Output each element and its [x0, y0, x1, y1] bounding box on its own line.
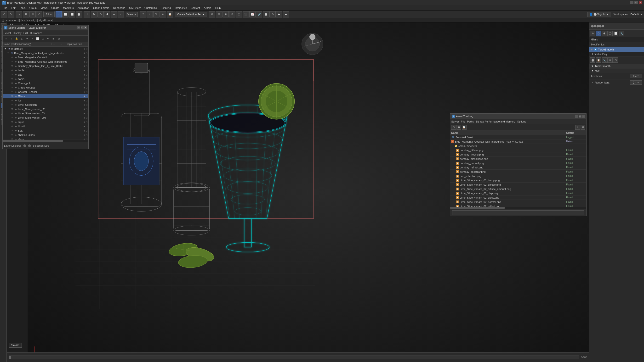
tree-row-liquid2[interactable]: 👁 ◈ Liquid ◈ ◻: [3, 124, 88, 128]
tree-row-salt[interactable]: 👁 ◈ Salt ◈ ◻: [3, 128, 88, 133]
menu-views[interactable]: Views: [38, 6, 49, 10]
timeline-bar[interactable]: [8, 356, 579, 359]
at-help-btn[interactable]: ?: [575, 125, 580, 130]
modifier-editable-poly[interactable]: Editable Poly: [589, 52, 644, 56]
tree-row-cocktail-shaker[interactable]: 👁 ◈ Cocktail_Shaker ◈ ◻: [3, 90, 88, 94]
at-row-max-file[interactable]: 3 Blue_Margarita_Cocktail_with_Ingredien…: [450, 139, 586, 144]
se-down-btn[interactable]: ▼: [25, 36, 30, 41]
render-iters-value[interactable]: 2 ▲▼: [630, 80, 642, 85]
tree-row-root[interactable]: ▼ ■ 0 (default) ◈ ◻: [3, 47, 88, 51]
se-expand-btn[interactable]: ⊞: [51, 36, 56, 41]
se-collapse-btn[interactable]: ⊟: [56, 36, 61, 41]
clone-align-button[interactable]: ⊡: [229, 11, 236, 17]
scene-explorer-close[interactable]: ✕: [84, 26, 87, 29]
tree-row-lime-02[interactable]: 👁 ◈ Lime_Slice_variant_02 ◈ ◻: [3, 107, 88, 111]
curve-editor-button[interactable]: 📈: [249, 11, 256, 17]
tree-row-blue-ing[interactable]: ▼ ⬡ Blue_Margarita_Cocktail_with_Ingredi…: [3, 51, 88, 55]
bind-space-button[interactable]: ⬡: [36, 11, 42, 17]
scene-explorer-restore[interactable]: □: [81, 26, 84, 29]
rp-hierarchy-icon[interactable]: ⬢: [602, 31, 607, 36]
menu-create[interactable]: Create: [49, 6, 61, 10]
at-menu-bitmap-perf[interactable]: Bitmap Performance and Memory: [476, 120, 515, 123]
tree-row-glass[interactable]: 👁 ◈ Glass ◈ ◻: [3, 94, 88, 98]
tree-row-shaking-glass[interactable]: 👁 ◈ shaking_glass ◈ ◻: [3, 133, 88, 137]
at-menu-paths[interactable]: Paths: [467, 120, 474, 123]
menu-edit[interactable]: Edit: [9, 6, 18, 10]
asset-tracking-close[interactable]: ✕: [582, 115, 585, 118]
rp-display-icon[interactable]: ⬜: [613, 31, 618, 36]
window-crossing-button[interactable]: ⬜: [69, 11, 75, 17]
at-menu-options[interactable]: Options: [517, 120, 526, 123]
tree-row-lime-03[interactable]: 👁 ◈ Lime_Slice_variant_03 ◈ ◻: [3, 111, 88, 116]
at-menu-server[interactable]: Server: [451, 120, 459, 123]
select-place-button[interactable]: ⬦: [118, 11, 124, 17]
menu-scripting[interactable]: Scripting: [159, 6, 173, 10]
squash-button[interactable]: ⬟: [104, 11, 110, 17]
material-editor-button[interactable]: ⬤: [263, 11, 269, 17]
at-row-autodesk-vault[interactable]: 🏛 Autodesk Vault Logged: [450, 135, 586, 139]
at-scrollbar-thumb[interactable]: [450, 207, 504, 209]
at-btn-1[interactable]: ⬡: [451, 125, 456, 130]
menu-rendering[interactable]: Rendering: [111, 6, 128, 10]
menu-help[interactable]: Help: [214, 6, 223, 10]
se-sync-btn[interactable]: ↺: [46, 36, 50, 41]
at-menu-file[interactable]: File: [461, 120, 465, 123]
selection-filter-dropdown[interactable]: All ▼: [44, 12, 54, 17]
spinner-snap-button[interactable]: ⟳: [160, 11, 166, 17]
schematic-button[interactable]: 🔗: [256, 11, 262, 17]
at-row-maps-shaders[interactable]: 📁 Maps / Shaders: [450, 144, 586, 148]
menu-graph-editors[interactable]: Graph Editors: [91, 6, 111, 10]
edit-named-sel-button[interactable]: 📋: [167, 11, 173, 17]
at-row-lime02-gloss[interactable]: ▣ Lime_Slice_variant_02_gloss.png Found: [450, 195, 586, 200]
render-setup-button[interactable]: ⚙: [270, 11, 276, 17]
snap-percent-button[interactable]: %: [153, 11, 160, 17]
se-lock-btn[interactable]: 🔒: [14, 36, 19, 41]
menu-customize[interactable]: Customize: [142, 6, 159, 10]
align-button[interactable]: ⊟: [216, 11, 222, 17]
select-button[interactable]: Select: [8, 343, 22, 348]
undo-button[interactable]: ↶: [1, 11, 7, 17]
tree-row-blue-ing2[interactable]: 👁 ◈ Blue_Margarita_Cocktail_with_Ingredi…: [3, 59, 88, 64]
redo-button[interactable]: ↷: [8, 11, 14, 17]
render-iters-checkbox[interactable]: ✓: [591, 81, 594, 84]
unlink-button[interactable]: ⛓: [30, 11, 36, 17]
scene-tree[interactable]: ▼ ■ 0 (default) ◈ ◻ ▼ ⬡ Blue_Margarita_C…: [3, 47, 88, 139]
at-row-bombay-fresnel[interactable]: ▣ bombay_fresnel.png Found: [450, 152, 586, 157]
menu-tools[interactable]: Tools: [18, 6, 28, 10]
tree-row-cap22[interactable]: 👁 ◈ cap22 ◈ ◻: [3, 77, 88, 81]
snap-angle-button[interactable]: ∠: [146, 11, 153, 17]
select-tool-button[interactable]: ↖: [56, 11, 62, 17]
scale-button[interactable]: ⬡: [98, 11, 104, 17]
create-selection-set-button[interactable]: Create Selection Set ▼: [175, 12, 207, 17]
at-row-lime02-diffuse[interactable]: ▣ Lime_Slice_variant_02_diffuse.png Foun…: [450, 183, 586, 187]
mod-btn-5[interactable]: ⬡: [613, 57, 618, 63]
snap-3d-button[interactable]: 3⃣: [140, 11, 146, 17]
viewport-type-dropdown[interactable]: View ▼: [126, 12, 138, 17]
rp-create-icon[interactable]: ✛: [590, 31, 596, 36]
close-button[interactable]: ✕: [639, 1, 642, 4]
at-scrollbar[interactable]: [450, 207, 586, 209]
move-button[interactable]: ✛: [84, 11, 90, 17]
render-frame-button[interactable]: ▶: [276, 11, 282, 17]
rp-modify-icon[interactable]: ⬡: [596, 31, 601, 36]
place-highlight-button[interactable]: ◈: [111, 11, 117, 17]
ribbon-button[interactable]: ⬛: [242, 11, 249, 17]
mirror-button[interactable]: ⊞: [209, 11, 215, 17]
tree-row-cap[interactable]: 👁 ◈ cap ◈ ◻: [3, 72, 88, 77]
at-row-bombay-refract[interactable]: ▣ bombay_refract.png Found: [450, 165, 586, 170]
at-btn-2[interactable]: ⬢: [456, 125, 461, 130]
mod-btn-1[interactable]: ⬤: [590, 57, 596, 63]
menu-modifiers[interactable]: Modifiers: [61, 6, 76, 10]
menu-civil-view[interactable]: Civil View: [127, 6, 142, 10]
spacing-button[interactable]: ⊠: [222, 11, 229, 17]
sign-in-button[interactable]: 👤 ⬤ Sign In ▼: [587, 12, 611, 17]
timeline-cursor[interactable]: [9, 356, 11, 359]
scene-explorer-minimize[interactable]: ─: [77, 26, 80, 29]
se-menu-edit[interactable]: Edit: [24, 31, 28, 34]
at-row-lime02-disp[interactable]: ▣ Lime_Slice_variant_02_disp.png Found: [450, 191, 586, 195]
at-row-bombay-specular[interactable]: ▣ bombay_specular.png Found: [450, 170, 586, 174]
tree-row-citrus-pulp[interactable]: 👁 ◈ Citrus_pulp ◈ ◻: [3, 81, 88, 85]
se-invert-btn[interactable]: ⬡: [40, 36, 45, 41]
menu-arnold[interactable]: Arnold: [202, 6, 214, 10]
at-row-lime02-normal[interactable]: ▣ Lime_Slice_variant_02_normal.png Found: [450, 200, 586, 204]
